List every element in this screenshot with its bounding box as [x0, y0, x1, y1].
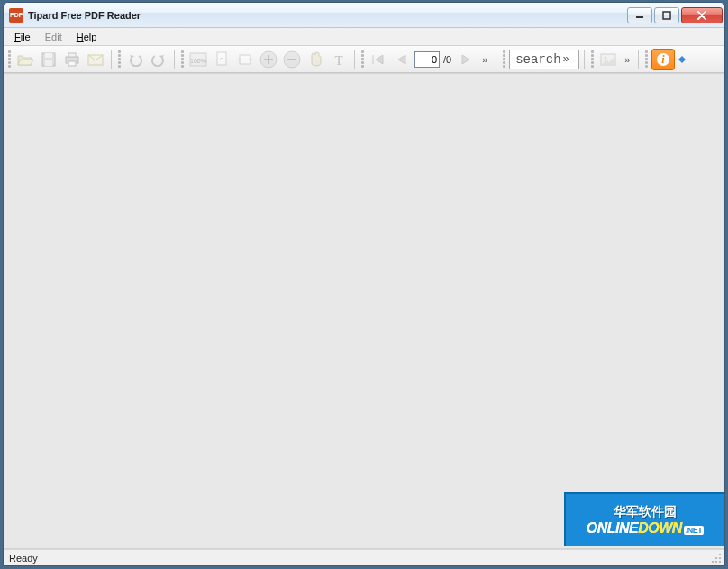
hand-tool-button[interactable]: [305, 49, 326, 70]
rotate-left-button[interactable]: [124, 49, 146, 70]
plus-circle-icon: [259, 50, 278, 69]
page-number-input[interactable]: [414, 51, 440, 68]
toolbar-separator: [111, 50, 112, 69]
svg-rect-6: [68, 53, 76, 57]
window-controls: [627, 7, 723, 23]
toolbar-grip-icon[interactable]: [643, 50, 649, 69]
fit-page-button[interactable]: [211, 49, 232, 70]
svg-rect-7: [68, 61, 76, 66]
menubar: File Edit Help: [4, 28, 724, 46]
toolbar-overflow-icon[interactable]: »: [478, 49, 491, 70]
svg-rect-11: [217, 52, 226, 65]
titlebar: PDF Tipard Free PDF Reader: [4, 3, 724, 28]
zoom-in-button[interactable]: [258, 49, 279, 70]
maximize-button[interactable]: [654, 7, 679, 23]
toolbar-grip-icon[interactable]: [359, 50, 365, 69]
search-placeholder: search: [515, 52, 560, 67]
app-icon: PDF: [9, 8, 23, 23]
toolbar-separator: [638, 50, 639, 69]
watermark-badge: 华军软件园 ONLINEDOWN.NET: [564, 492, 724, 546]
svg-rect-0: [636, 16, 643, 18]
svg-point-25: [719, 561, 721, 563]
svg-text:T: T: [334, 53, 342, 67]
toolbar-grip-icon[interactable]: [179, 50, 185, 69]
page-total-label: /0: [441, 54, 453, 65]
watermark-text-cn: 华军软件园: [614, 504, 677, 520]
toolbar-separator: [354, 50, 355, 69]
watermark-text-en: ONLINEDOWN.NET: [587, 520, 705, 537]
statusbar: Ready: [4, 549, 724, 565]
info-button[interactable]: i: [651, 49, 675, 70]
toolbar-separator: [584, 50, 585, 69]
next-page-button[interactable]: [455, 49, 477, 70]
rotate-right-button[interactable]: [148, 49, 169, 70]
svg-point-23: [712, 561, 714, 563]
app-window: PDF Tipard Free PDF Reader File Edit Hel…: [3, 2, 725, 566]
toolbar-grip-icon[interactable]: [6, 50, 12, 69]
fit-width-button[interactable]: [234, 49, 256, 70]
first-page-icon: [370, 53, 387, 66]
percent-100-icon: 100%: [189, 52, 207, 67]
status-text: Ready: [9, 553, 38, 564]
arrow-right-icon: [460, 53, 472, 66]
zoom-out-button[interactable]: [281, 49, 303, 70]
hand-icon: [308, 51, 323, 68]
toolbar-separator: [174, 50, 175, 69]
arrow-left-icon: [396, 53, 408, 66]
first-page-button[interactable]: [368, 49, 389, 70]
toolbar-overflow-icon[interactable]: »: [621, 49, 633, 70]
rotate-right-icon: [151, 52, 166, 67]
window-title: Tipard Free PDF Reader: [28, 10, 141, 21]
floppy-icon: [41, 52, 56, 67]
image-icon: [600, 53, 616, 66]
svg-point-20: [719, 554, 721, 555]
svg-text:100%: 100%: [190, 58, 206, 64]
toolbar: 100% T /0 »: [4, 46, 724, 73]
svg-rect-1: [663, 12, 670, 19]
toolbar-grip-icon[interactable]: [501, 50, 506, 69]
prev-page-button[interactable]: [391, 49, 413, 70]
toolbar-grip-icon[interactable]: [116, 50, 122, 69]
svg-point-24: [715, 561, 717, 563]
toolbar-grip-icon[interactable]: [589, 50, 595, 69]
svg-point-21: [715, 557, 717, 559]
open-button[interactable]: [14, 49, 36, 70]
text-tool-icon: T: [332, 52, 346, 67]
minus-circle-icon: [283, 50, 301, 69]
menu-file[interactable]: File: [7, 30, 38, 44]
mail-button[interactable]: [85, 49, 106, 70]
print-button[interactable]: [61, 49, 83, 70]
rotate-left-icon: [128, 52, 142, 67]
chevrons-right-icon: »: [563, 53, 569, 66]
fit-width-icon: [237, 53, 253, 66]
snapshot-button[interactable]: [597, 49, 619, 70]
svg-rect-4: [45, 60, 52, 66]
menu-edit: Edit: [38, 30, 69, 44]
folder-open-icon: [17, 52, 33, 67]
dropdown-diamond-icon[interactable]: [677, 54, 687, 65]
save-button[interactable]: [38, 49, 59, 70]
menu-help[interactable]: Help: [69, 30, 105, 44]
text-select-button[interactable]: T: [328, 49, 350, 70]
resize-grip-icon[interactable]: [711, 553, 722, 564]
search-input[interactable]: search »: [509, 50, 579, 69]
page-fit-icon: [215, 51, 228, 68]
document-viewport: [4, 73, 724, 549]
zoom-100-button[interactable]: 100%: [187, 49, 209, 70]
svg-point-17: [605, 56, 607, 59]
printer-icon: [64, 52, 80, 67]
info-icon: i: [656, 52, 670, 67]
minimize-button[interactable]: [627, 7, 652, 23]
envelope-icon: [87, 53, 104, 66]
svg-rect-3: [45, 53, 52, 58]
svg-point-22: [719, 557, 721, 559]
close-button[interactable]: [681, 7, 723, 23]
toolbar-separator: [496, 50, 496, 69]
